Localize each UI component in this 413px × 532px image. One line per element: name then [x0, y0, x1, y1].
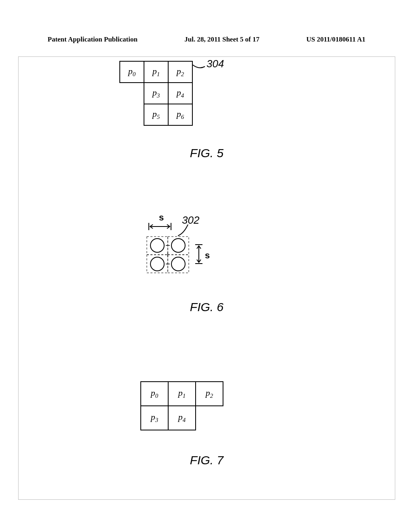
header-right: US 2011/0180611 A1 [307, 35, 365, 44]
fig7-cell-p4: p4 [168, 405, 196, 430]
fig6-dot-grid-icon [144, 233, 196, 278]
svg-point-7 [150, 239, 164, 252]
svg-point-8 [171, 239, 185, 252]
fig5-label: FIG. 5 [19, 146, 395, 160]
fig5-cell-p2: p2 [168, 61, 193, 83]
page-header: Patent Application Publication Jul. 28, … [0, 35, 413, 44]
fig7-cell-p3: p3 [140, 405, 169, 430]
fig5-cell-p6: p6 [168, 104, 193, 126]
fig5-cell-p1: p1 [144, 61, 169, 83]
figure-6: s 302 [144, 213, 224, 286]
header-middle: Jul. 28, 2011 Sheet 5 of 17 [184, 35, 259, 44]
fig5-cell-p0: p0 [119, 61, 144, 83]
header-left: Patent Application Publication [48, 35, 138, 44]
fig6-s-top-label: s [159, 212, 164, 223]
fig7-cell-p2: p2 [195, 381, 223, 406]
fig5-callout: 304 [206, 58, 224, 70]
svg-point-9 [150, 257, 164, 271]
fig5-cell-p3: p3 [144, 82, 169, 104]
fig6-s-right-label: s [205, 250, 210, 261]
fig7-cell-p1: p1 [168, 381, 196, 406]
fig7-cell-p0: p0 [140, 381, 169, 406]
fig6-s-top-arrow-icon [147, 223, 173, 230]
fig7-label: FIG. 7 [19, 453, 395, 467]
fig5-cell-p4: p4 [168, 82, 193, 104]
fig5-cell-p5: p5 [144, 104, 169, 126]
fig6-label: FIG. 6 [19, 300, 395, 314]
svg-point-10 [171, 257, 185, 271]
figure-sheet: p0 p1 p2 p3 p4 p5 p6 304 FIG. 5 s [18, 56, 395, 500]
